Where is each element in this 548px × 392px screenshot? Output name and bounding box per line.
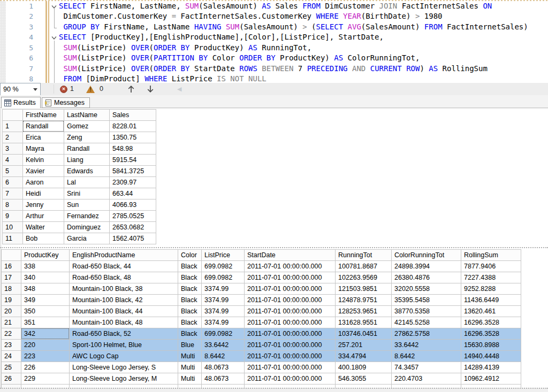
grid-cell[interactable]: Black <box>178 272 202 283</box>
grid-cell[interactable]: 2785.0525 <box>110 211 156 222</box>
sql-editor[interactable]: 1SELECT FirstName, LastName, SUM(SalesAm… <box>0 0 548 83</box>
grid-cell[interactable]: Blue <box>178 340 202 351</box>
grid-cell[interactable]: 220.4703 <box>392 373 461 385</box>
grid-cell[interactable]: 48.0673 <box>202 373 245 385</box>
grid-cell[interactable]: Erica <box>23 132 64 143</box>
grid-cell[interactable]: 3374.99 <box>202 306 245 317</box>
row-header[interactable]: 20 <box>2 306 21 317</box>
grid-cell[interactable]: Black <box>178 317 202 328</box>
grid-cell[interactable]: Long-Sleeve Logo Jersey, M <box>70 373 178 385</box>
grid-cell[interactable]: Randall <box>64 143 110 155</box>
grid-cell[interactable]: 26380.4876 <box>392 272 461 283</box>
grid-cell[interactable]: Mayra <box>23 143 64 155</box>
column-header[interactable]: RunningTot <box>336 250 392 261</box>
row-header[interactable]: 21 <box>2 317 21 328</box>
row-header[interactable]: 1 <box>3 121 23 132</box>
row-header[interactable]: 8 <box>3 199 23 211</box>
grid-cell[interactable]: Randall <box>23 121 64 132</box>
row-header[interactable]: 10 <box>3 222 23 233</box>
grid-cell[interactable]: 8228.01 <box>110 121 156 132</box>
grid-cell[interactable]: 351 <box>21 317 70 328</box>
grid-cell[interactable]: Black <box>178 306 202 317</box>
grid-cell[interactable]: Road-650 Black, 44 <box>70 261 178 272</box>
grid-cell[interactable]: 699.0982 <box>202 328 245 340</box>
grid-cell[interactable]: 223 <box>21 351 70 362</box>
grid-cell[interactable]: 16296.3528 <box>461 317 521 328</box>
grid-cell[interactable]: Walter <box>23 222 64 233</box>
grid-cell[interactable]: 38770.5358 <box>392 306 461 317</box>
column-header[interactable]: FirstName <box>23 110 64 121</box>
grid-cell[interactable]: 5915.54 <box>110 155 156 166</box>
grid-cell[interactable]: 2011-07-01 00:00:00.000 <box>245 362 336 373</box>
grid-cell[interactable]: Liang <box>64 155 110 166</box>
row-header[interactable]: 5 <box>3 166 23 177</box>
row-header[interactable]: 25 <box>2 362 21 373</box>
next-error-button[interactable] <box>146 84 155 96</box>
grid-cell[interactable]: 15630.8988 <box>461 340 521 351</box>
grid-cell[interactable]: 74.3457 <box>392 362 461 373</box>
grid-cell[interactable]: 3374.99 <box>202 283 245 295</box>
grid-cell[interactable]: 124878.9751 <box>336 295 392 306</box>
grid-cell[interactable]: 14940.4448 <box>461 351 521 362</box>
grid-cell[interactable]: Aaron <box>23 177 64 188</box>
grid-cell[interactable]: 11436.6449 <box>461 295 521 306</box>
zoom-level-select[interactable]: 90 % <box>0 83 41 96</box>
grid-cell[interactable]: Arthur <box>23 211 64 222</box>
grid-cell[interactable]: Kelvin <box>23 155 64 166</box>
grid-cell[interactable]: Jenny <box>23 199 64 211</box>
grid-cell[interactable]: 348 <box>21 283 70 295</box>
collapse-left-icon[interactable]: ◀ <box>177 86 181 93</box>
grid-cell[interactable]: 350 <box>21 306 70 317</box>
grid-cell[interactable]: Mountain-100 Black, 44 <box>70 306 178 317</box>
grid-cell[interactable]: 226 <box>21 362 70 373</box>
row-header[interactable]: 2 <box>3 132 23 143</box>
column-header[interactable]: StartDate <box>245 250 336 261</box>
grid-cell[interactable]: 103746.0451 <box>336 328 392 340</box>
fold-collapse-icon[interactable] <box>51 34 57 40</box>
grid-cell[interactable]: 2011-07-01 00:00:00.000 <box>245 351 336 362</box>
grid-cell[interactable]: 1562.4075 <box>110 233 156 244</box>
grid-cell[interactable]: Long-Sleeve Logo Jersey, S <box>70 362 178 373</box>
grid-cell[interactable]: 42145.5258 <box>392 317 461 328</box>
column-header[interactable]: EnglishProductName <box>70 250 178 261</box>
grid-cell[interactable]: 349 <box>21 295 70 306</box>
grid-cell[interactable]: 24898.3994 <box>392 261 461 272</box>
grid-cell[interactable]: 340 <box>21 272 70 283</box>
grid-cell[interactable]: Lal <box>64 177 110 188</box>
grid-cell[interactable]: 2011-07-01 00:00:00.000 <box>245 340 336 351</box>
column-header[interactable]: ListPrice <box>202 250 245 261</box>
grid-cell[interactable]: 121503.9851 <box>336 283 392 295</box>
row-header[interactable]: 7 <box>3 188 23 199</box>
grid-cell[interactable]: 2011-07-01 00:00:00.000 <box>245 272 336 283</box>
grid-cell[interactable]: 2011-07-01 00:00:00.000 <box>245 317 336 328</box>
grid-cell[interactable]: Multi <box>178 351 202 362</box>
grid-cell[interactable]: 8.6442 <box>202 351 245 362</box>
grid-cell[interactable]: Black <box>178 283 202 295</box>
grid-cell[interactable]: Heidi <box>23 188 64 199</box>
grid-cell[interactable]: 32020.5558 <box>392 283 461 295</box>
grid-cell[interactable]: 229 <box>21 373 70 385</box>
grid-cell[interactable]: 338 <box>21 261 70 272</box>
grid-cell[interactable]: Multi <box>178 362 202 373</box>
grid-cell[interactable]: 2011-07-01 00:00:00.000 <box>245 283 336 295</box>
grid-cell[interactable]: 2011-07-01 00:00:00.000 <box>245 373 336 385</box>
grid-cell[interactable]: Gomez <box>64 121 110 132</box>
grid-cell[interactable]: 1350.75 <box>110 132 156 143</box>
select-all-corner[interactable] <box>3 110 23 121</box>
row-header[interactable]: 4 <box>3 155 23 166</box>
grid-cell[interactable]: 33.6442 <box>202 340 245 351</box>
grid-cell[interactable]: 27862.5758 <box>392 328 461 340</box>
tab-results[interactable]: Results <box>1 97 41 108</box>
row-header[interactable]: 22 <box>2 328 21 340</box>
row-header[interactable]: 18 <box>2 283 21 295</box>
grid-cell[interactable]: 546.3055 <box>336 373 392 385</box>
grid-cell[interactable]: 13620.461 <box>461 306 521 317</box>
grid-cell[interactable]: 334.4794 <box>336 351 392 362</box>
grid-cell[interactable]: Road-650 Black, 52 <box>70 328 178 340</box>
row-header[interactable]: 17 <box>2 272 21 283</box>
grid-cell[interactable]: 2309.97 <box>110 177 156 188</box>
grid-cell[interactable]: Sun <box>64 199 110 211</box>
error-icon[interactable]: ✕ <box>60 86 67 93</box>
grid-cell[interactable]: 220 <box>21 340 70 351</box>
grid-cell[interactable]: Xavier <box>23 166 64 177</box>
